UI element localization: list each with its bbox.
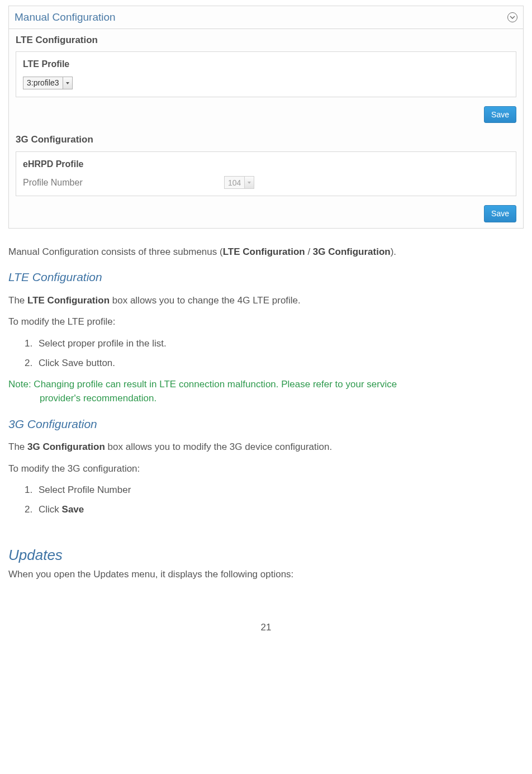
lte-configuration-header: LTE Configuration bbox=[9, 29, 523, 50]
note-line: provider's recommendation. bbox=[8, 392, 524, 406]
bold-text: LTE Configuration bbox=[27, 295, 110, 306]
page-number: 21 bbox=[8, 621, 524, 635]
list-item: Select proper profile in the list. bbox=[35, 337, 524, 351]
list-item: Click Save button. bbox=[35, 357, 524, 371]
3g-configuration-header: 3G Configuration bbox=[9, 129, 523, 149]
profile-number-value: 104 bbox=[225, 177, 244, 188]
lte-steps-list: Select proper profile in the list. Click… bbox=[35, 337, 524, 370]
paragraph-updates-desc: When you open the Updates menu, it displ… bbox=[8, 568, 524, 582]
bold-text: 3G Configuration bbox=[313, 246, 391, 257]
profile-number-select[interactable]: 104 bbox=[224, 176, 254, 189]
dropdown-arrow-icon bbox=[63, 77, 72, 89]
text: The bbox=[8, 441, 27, 452]
paragraph-lte-desc: The LTE Configuration box allows you to … bbox=[8, 294, 524, 308]
profile-number-label: Profile Number bbox=[23, 176, 224, 189]
bold-text: Save bbox=[62, 504, 84, 515]
panel-header: Manual Configuration bbox=[9, 6, 523, 29]
paragraph-lte-modify: To modify the LTE profile: bbox=[8, 315, 524, 329]
text: Click bbox=[39, 504, 62, 515]
list-item: Click Save bbox=[35, 503, 524, 517]
text: box allows you to change the 4G LTE prof… bbox=[110, 295, 301, 306]
lte-save-row: Save bbox=[9, 103, 523, 129]
profile-number-row: Profile Number 104 bbox=[23, 176, 509, 189]
text: The bbox=[8, 295, 27, 306]
text: ). bbox=[391, 246, 396, 257]
lte-save-button[interactable]: Save bbox=[484, 106, 516, 123]
text: Manual Configuration consists of three s… bbox=[8, 246, 223, 257]
paragraph-3g-modify: To modify the 3G configuration: bbox=[8, 462, 524, 476]
warning-note: Note: Changing profile can result in LTE… bbox=[8, 378, 524, 405]
dropdown-arrow-icon bbox=[244, 177, 254, 188]
collapse-toggle-button[interactable] bbox=[507, 12, 517, 22]
lte-configuration-box: LTE Profile 3:profile3 bbox=[16, 51, 516, 97]
document-body: Manual Configuration consists of three s… bbox=[8, 245, 524, 635]
paragraph-3g-desc: The 3G Configuration box allows you to m… bbox=[8, 440, 524, 454]
ehrpd-profile-label: eHRPD Profile bbox=[23, 158, 509, 170]
paragraph-submenus: Manual Configuration consists of three s… bbox=[8, 245, 524, 259]
heading-3g-configuration: 3G Configuration bbox=[8, 416, 524, 433]
3g-configuration-box: eHRPD Profile Profile Number 104 bbox=[16, 151, 516, 196]
heading-lte-configuration: LTE Configuration bbox=[8, 269, 524, 286]
bold-text: LTE Configuration bbox=[223, 246, 305, 257]
manual-configuration-panel: Manual Configuration LTE Configuration L… bbox=[8, 6, 524, 229]
panel-title-text: Manual Configuration bbox=[15, 10, 116, 25]
lte-profile-select[interactable]: 3:profile3 bbox=[23, 77, 73, 89]
chevron-down-icon bbox=[510, 15, 515, 20]
lte-profile-label: LTE Profile bbox=[23, 58, 509, 70]
text: box allows you to modify the 3G device c… bbox=[105, 441, 332, 452]
lte-profile-value: 3:profile3 bbox=[23, 77, 63, 88]
3g-save-row: Save bbox=[9, 202, 523, 227]
text: / bbox=[305, 246, 313, 257]
heading-updates: Updates bbox=[8, 545, 524, 566]
bold-text: 3G Configuration bbox=[27, 441, 105, 452]
3g-save-button[interactable]: Save bbox=[484, 205, 516, 222]
3g-steps-list: Select Profile Number Click Save bbox=[35, 483, 524, 516]
list-item: Select Profile Number bbox=[35, 483, 524, 497]
note-line: Note: Changing profile can result in LTE… bbox=[8, 379, 397, 390]
